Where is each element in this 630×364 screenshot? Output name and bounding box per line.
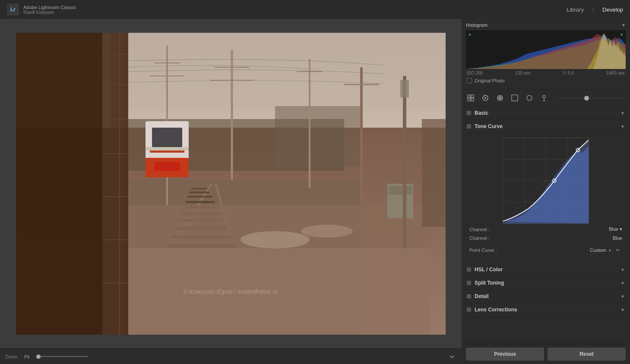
crop-tool[interactable] xyxy=(480,92,491,104)
point-curve-edit-button[interactable]: ✏ xyxy=(614,246,622,254)
svg-rect-56 xyxy=(471,95,474,97)
tone-curve-section-arrow: ▼ xyxy=(621,124,625,129)
svg-point-65 xyxy=(543,95,545,98)
photo-frame: © Кожушко Юрий / instantframe.ru xyxy=(16,33,446,335)
basic-section-header[interactable]: Basic ▼ xyxy=(462,107,630,120)
point-curve-right: Custom ▾ ✏ xyxy=(590,246,622,254)
channel-row: Channel : Blue ▾ xyxy=(466,224,626,235)
exif-focal: 135 mm xyxy=(515,71,531,75)
adjustment-brush-tool[interactable] xyxy=(538,92,550,104)
svg-point-64 xyxy=(527,95,532,100)
histogram-arrow: ▼ xyxy=(621,23,626,28)
basic-section-arrow: ▼ xyxy=(621,111,625,116)
exif-aperture: f / 5.6 xyxy=(563,71,574,75)
histogram-canvas: ▲ ▲ xyxy=(466,30,626,69)
panel-spacer xyxy=(462,317,630,344)
point-curve-dropdown-arrow[interactable]: ▾ xyxy=(609,248,611,253)
hsl-section-title: HSL / Color xyxy=(475,267,503,273)
zoom-fit-value[interactable]: Fit xyxy=(24,354,29,359)
svg-point-60 xyxy=(484,97,486,99)
tone-curve-section: Channel : Blue ▾ Channel : Blue Point Cu… xyxy=(462,133,630,263)
app-info: Adobe Lightroom Classic Юрий Кожушко xyxy=(23,5,76,15)
split-toning-section-left: Split Toning xyxy=(467,280,504,286)
original-photo-label: Original Photo xyxy=(475,78,505,83)
channel-value-text[interactable]: Blue xyxy=(613,235,622,241)
point-curve-label: Point Curve : xyxy=(469,248,497,253)
photo-bottom: Zoom Fit xyxy=(0,348,462,364)
detail-section-toggle[interactable] xyxy=(467,294,471,298)
svg-rect-55 xyxy=(468,95,470,97)
channel-label-text: Channel : xyxy=(469,235,490,241)
hsl-section-toggle[interactable] xyxy=(467,267,471,272)
topbar-left: Lr Adobe Lightroom Classic Юрий Кожушко xyxy=(7,3,76,16)
hsl-section-arrow: ▼ xyxy=(621,267,625,272)
zoom-label: Zoom xyxy=(5,354,17,359)
point-curve-row: Point Curve : Custom ▾ ✏ xyxy=(466,243,626,259)
zoom-slider-thumb[interactable] xyxy=(36,355,41,359)
nav-develop[interactable]: Develop xyxy=(602,6,623,13)
right-panel: Histogram ▼ ▲ ▲ xyxy=(462,19,630,364)
lr-logo-icon: Lr xyxy=(7,3,19,16)
previous-button[interactable]: Previous xyxy=(466,348,544,361)
lens-corrections-section-left: Lens Corrections xyxy=(467,307,517,313)
tone-curve-section-left: Tone Curve xyxy=(467,123,503,129)
tone-curve-section-toggle[interactable] xyxy=(467,124,471,129)
reset-button[interactable]: Reset xyxy=(548,348,626,361)
svg-rect-58 xyxy=(471,98,474,101)
photo-area: © Кожушко Юрий / instantframe.ru Zoom Fi… xyxy=(0,19,462,364)
svg-text:© Кожушко Юрий / instantframe.: © Кожушко Юрий / instantframe.ru xyxy=(183,288,278,295)
nav-separator: | xyxy=(592,6,594,13)
lens-corrections-section-arrow: ▼ xyxy=(621,308,625,312)
topbar: Lr Adobe Lightroom Classic Юрий Кожушко … xyxy=(0,0,630,19)
lens-corrections-section-header[interactable]: Lens Corrections ▼ xyxy=(462,303,630,317)
channel-dropdown[interactable]: Blue ▾ xyxy=(609,226,622,232)
app-user: Юрий Кожушко xyxy=(23,10,76,15)
nav-library[interactable]: Library xyxy=(567,6,584,13)
tone-curve-canvas[interactable] xyxy=(503,138,589,224)
heal-tool[interactable] xyxy=(494,92,506,104)
app-title: Adobe Lightroom Classic xyxy=(23,5,76,10)
basic-section-toggle[interactable] xyxy=(467,111,471,115)
tools-slider-area[interactable] xyxy=(556,97,627,99)
detail-section-left: Detail xyxy=(467,293,489,299)
split-toning-section-title: Split Toning xyxy=(475,280,504,286)
detail-section-header[interactable]: Detail ▼ xyxy=(462,290,630,303)
zoom-slider[interactable] xyxy=(36,356,88,357)
histogram-highlight-alert[interactable]: ▲ xyxy=(619,31,625,37)
exif-shutter: 1/800 sec xyxy=(606,71,625,75)
svg-point-62 xyxy=(499,97,501,99)
svg-rect-57 xyxy=(468,98,470,101)
tools-row xyxy=(462,90,630,107)
hsl-section-left: HSL / Color xyxy=(467,267,503,273)
crop-overlay-tool[interactable] xyxy=(465,92,476,104)
bottom-buttons: Previous Reset xyxy=(462,344,630,364)
expand-filmstrip-button[interactable] xyxy=(448,352,456,361)
point-curve-dropdown[interactable]: Custom xyxy=(590,248,606,253)
lens-corrections-section-toggle[interactable] xyxy=(467,308,471,312)
photo-svg: © Кожушко Юрий / instantframe.ru xyxy=(16,33,446,335)
histogram-svg xyxy=(466,30,626,69)
split-toning-section-arrow: ▼ xyxy=(621,281,625,286)
split-toning-section-toggle[interactable] xyxy=(467,281,471,285)
radial-filter-tool[interactable] xyxy=(524,92,535,104)
tone-curve-svg xyxy=(503,138,589,223)
split-toning-section-header[interactable]: Split Toning ▼ xyxy=(462,276,630,290)
detail-section-title: Detail xyxy=(475,293,489,299)
histogram-shadow-alert[interactable]: ▲ xyxy=(467,31,473,37)
topbar-nav: Library | Develop xyxy=(567,6,623,13)
svg-rect-63 xyxy=(512,95,518,101)
zoom-slider-container xyxy=(36,356,441,357)
main: © Кожушко Юрий / instantframe.ru Zoom Fi… xyxy=(0,19,630,364)
tone-curve-section-header[interactable]: Tone Curve ▼ xyxy=(462,120,630,133)
hsl-color-section-header[interactable]: HSL / Color ▼ xyxy=(462,263,630,276)
photo-container: © Кожушко Юрий / instantframe.ru xyxy=(0,19,462,348)
exif-info: ISO 200 135 mm f / 5.6 1/800 sec xyxy=(466,69,626,77)
tone-curve-wrapper xyxy=(466,138,626,224)
histogram-section: Histogram ▼ ▲ ▲ xyxy=(462,19,630,90)
histogram-title: Histogram xyxy=(466,22,488,28)
basic-section-title: Basic xyxy=(475,110,488,116)
original-photo-checkbox[interactable] xyxy=(467,78,472,83)
gradient-filter-tool[interactable] xyxy=(509,92,520,104)
channel-label: Channel : xyxy=(469,227,490,232)
detail-section-arrow: ▼ xyxy=(621,294,625,299)
